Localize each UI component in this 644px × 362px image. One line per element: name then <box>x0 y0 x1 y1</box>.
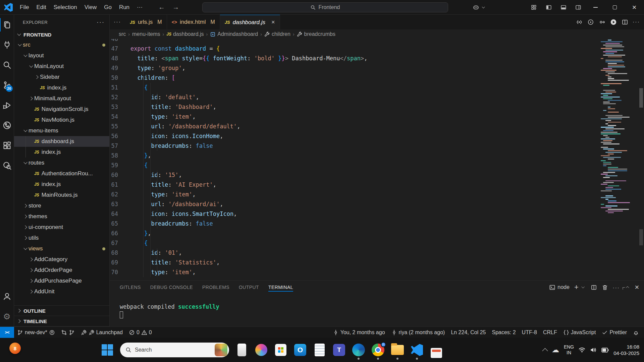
toggle-panel-button[interactable] <box>556 0 571 15</box>
hidden-icons-button[interactable] <box>542 348 548 354</box>
onedrive-icon[interactable]: ☁ <box>552 346 559 354</box>
remote-indicator[interactable]: >< <box>0 327 14 338</box>
tree-item-mainroutesjs[interactable]: JSMainRoutes.js <box>14 190 109 200</box>
target-icon[interactable] <box>586 17 596 27</box>
tree-item-indexjs[interactable]: JSindex.js <box>14 179 109 190</box>
tree-item-minimallayout[interactable]: MinimalLayout <box>14 93 109 104</box>
outline-section-header[interactable]: OUTLINE <box>14 306 109 316</box>
activity-gitlens-icon[interactable] <box>0 156 14 176</box>
toggle-primary-sidebar-button[interactable] <box>541 0 556 15</box>
store-icon[interactable] <box>274 343 287 357</box>
activity-plug-icon[interactable] <box>0 35 14 55</box>
split-terminal-button[interactable] <box>591 284 597 291</box>
tree-item-addcategory[interactable]: AddCategory <box>14 254 109 265</box>
more-actions[interactable]: ··· <box>631 17 641 27</box>
terminal-shell-button[interactable]: node <box>549 284 570 291</box>
panel-tab-problems[interactable]: PROBLEMS <box>202 281 229 294</box>
activity-settings-icon[interactable]: ⚙ <box>0 306 14 326</box>
language-indicator[interactable]: ENGIN <box>564 344 574 356</box>
tree-item-addunit[interactable]: AddUnit <box>14 286 109 297</box>
menu-item-file[interactable]: File <box>16 2 33 13</box>
tab-overflow-button[interactable]: ··· <box>110 15 125 29</box>
nav-forward-button[interactable]: → <box>170 3 182 11</box>
menu-item-[interactable]: ··· <box>133 2 146 13</box>
tab-urls-js[interactable]: JSurls.jsM <box>125 15 167 29</box>
menu-item-view[interactable]: View <box>81 2 101 13</box>
minimap[interactable] <box>601 40 633 280</box>
status-item[interactable]: You, 2 months ago <box>330 327 388 338</box>
activity-run-debug-icon[interactable] <box>0 95 14 115</box>
close-button[interactable]: ✕ <box>625 0 644 15</box>
volume-icon[interactable] <box>590 347 597 353</box>
taskbar-search[interactable]: Search <box>120 343 229 357</box>
command-center-search[interactable]: Frontend <box>202 2 448 12</box>
maximize-button[interactable] <box>605 0 625 15</box>
tree-item-sidebar[interactable]: Sidebar <box>14 72 109 82</box>
tree-item-dashboardjs[interactable]: JSdashboard.js <box>14 136 109 147</box>
printer-icon[interactable] <box>430 343 443 357</box>
tree-item-utils[interactable]: utils <box>14 233 109 243</box>
tree-item-addpurchasepage[interactable]: AddPurchasePage <box>14 276 109 286</box>
status-item[interactable]: Ln 224, Col 25 <box>448 327 489 338</box>
run-code-button[interactable] <box>608 17 619 27</box>
customize-layout-button[interactable] <box>527 0 541 15</box>
breadcrumb-item-menu-items[interactable]: menu-items <box>132 31 160 37</box>
editor-scrollbar[interactable] <box>639 88 643 108</box>
terminal-output[interactable]: webpack compiled successfully <box>110 294 644 318</box>
start-button[interactable] <box>101 343 114 357</box>
workspace-section-header[interactable]: FRONTEND <box>14 29 109 40</box>
tree-item-store[interactable]: store <box>14 200 109 211</box>
menu-item-run[interactable]: Run <box>115 2 133 13</box>
close-panel-button[interactable]: ✕ <box>635 284 639 291</box>
tab-index-html[interactable]: <>index.htmlM <box>167 15 220 29</box>
activity-search-icon[interactable] <box>0 55 14 75</box>
status-item[interactable]: CRLF <box>540 327 560 338</box>
vscode-icon[interactable] <box>410 343 424 357</box>
tree-item-authenticationrou[interactable]: JSAuthenticationRou... <box>14 168 109 179</box>
menu-item-edit[interactable]: Edit <box>33 2 50 13</box>
status-item[interactable]: UTF-8 <box>519 327 540 338</box>
new-terminal-button[interactable]: + <box>574 283 579 292</box>
code-editor[interactable]: 4647export const dashboard = {48 title: … <box>110 39 644 280</box>
tree-item-indexjs[interactable]: JSindex.js <box>14 82 109 93</box>
nav-back-button[interactable]: ← <box>156 3 168 11</box>
status-item[interactable] <box>630 327 642 338</box>
tree-item-layout[interactable]: layout <box>14 50 109 61</box>
clipchamp-icon[interactable] <box>255 343 268 357</box>
panel-tab-gitlens[interactable]: GITLENS <box>120 281 141 294</box>
file-explorer-icon[interactable] <box>391 343 404 357</box>
tree-item-src[interactable]: src <box>14 40 109 50</box>
panel-tab-output[interactable]: OUTPUT <box>239 281 259 294</box>
panel-tab-terminal[interactable]: TERMINAL <box>268 281 293 294</box>
tree-item-routes[interactable]: routes <box>14 158 109 168</box>
tree-item-uicomponent[interactable]: ui-component <box>14 222 109 233</box>
toggle-secondary-sidebar-button[interactable] <box>571 0 586 15</box>
status-item[interactable]: Prettier <box>599 327 630 338</box>
panel-more-actions[interactable]: ··· <box>613 285 620 290</box>
tree-item-navigationscrolljs[interactable]: JSNavigationScroll.js <box>14 104 109 115</box>
activity-extensions-icon[interactable] <box>0 135 14 156</box>
maximize-panel-button[interactable] <box>625 285 630 290</box>
tree-item-navmotionjs[interactable]: JSNavMotion.js <box>14 115 109 125</box>
status-item[interactable]: Launchpad <box>78 327 126 338</box>
status-item[interactable]: new-dev* <box>14 327 58 338</box>
status-item[interactable] <box>58 327 78 338</box>
breadcrumb-item-admindashboard[interactable]: Admindashboard <box>210 31 258 37</box>
tree-item-mainlayout[interactable]: MainLayout <box>14 61 109 72</box>
copilot-menu[interactable] <box>471 0 486 15</box>
timeline-section-header[interactable]: TIMELINE <box>14 316 109 326</box>
split-editor-icon[interactable] <box>620 17 630 27</box>
chrome-icon[interactable]: R <box>371 343 385 357</box>
tree-item-views[interactable]: views <box>14 243 109 254</box>
circle-arrow-icon[interactable] <box>597 17 607 27</box>
status-item[interactable]: 00 <box>126 327 155 338</box>
teams-icon[interactable]: T <box>332 343 346 357</box>
open-changes-icon[interactable] <box>574 17 584 27</box>
activity-git-graph-icon[interactable] <box>0 115 14 135</box>
widgets-notification-badge[interactable]: 8 <box>9 343 21 354</box>
clock[interactable]: 16:08 04-03-2025 <box>613 344 639 356</box>
wifi-icon[interactable] <box>579 347 585 353</box>
explorer-more-actions[interactable]: ··· <box>97 19 105 26</box>
status-item[interactable]: JavaScript <box>560 327 599 338</box>
tab-dashboard-js[interactable]: JSdashboard.js× <box>220 15 280 29</box>
